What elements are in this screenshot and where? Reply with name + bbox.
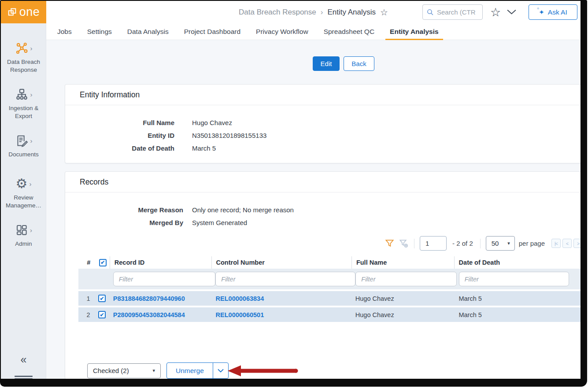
tab-project-dashboard[interactable]: Project Dashboard xyxy=(184,23,240,40)
column-header-date-of-death[interactable]: Date of Death xyxy=(454,256,581,269)
field-value: System Generated xyxy=(192,219,247,226)
date-of-death-filter-input[interactable] xyxy=(459,272,569,286)
clear-filter-icon[interactable] xyxy=(399,238,409,248)
row-checkbox[interactable]: ✔ xyxy=(98,295,106,302)
per-page-label: per page xyxy=(519,240,545,247)
selection-scope-value: Checked (2) xyxy=(93,367,129,374)
chevron-down-icon[interactable] xyxy=(506,8,517,18)
column-header-full-name[interactable]: Full Name xyxy=(351,256,459,269)
first-page-icon[interactable]: |< xyxy=(551,239,561,248)
field-value: March 5 xyxy=(192,144,216,152)
sidebar-collapse-icon[interactable]: « xyxy=(1,353,46,366)
back-button[interactable]: Back xyxy=(344,56,374,71)
sidebar-item-label: Data Breach Response xyxy=(1,58,46,74)
one-logo-icon xyxy=(7,7,17,17)
sidebar-item-data-breach-response[interactable]: › Data Breach Response xyxy=(1,41,46,74)
record-range-text: - 2 of 2 xyxy=(452,240,473,247)
full-name-cell: Hugo Chavez xyxy=(355,311,459,318)
chevron-right-icon: › xyxy=(30,227,32,233)
tab-settings[interactable]: Settings xyxy=(87,23,112,40)
card-header: Entity Information xyxy=(65,85,581,105)
unmerge-dropdown-icon[interactable] xyxy=(213,363,228,378)
favorite-star-icon[interactable]: ☆ xyxy=(380,7,388,18)
row-number: 1 xyxy=(78,295,98,302)
field-row-date-of-death: Date of Death March 5 xyxy=(65,142,581,155)
page-size-value: 50 xyxy=(492,240,499,247)
sidebar-item-label: Review Manageme… xyxy=(1,194,46,210)
page-number-input[interactable] xyxy=(420,236,447,251)
select-all-checkbox[interactable]: ✔ xyxy=(99,259,107,266)
sidebar-item-label: Documents xyxy=(1,151,46,159)
topbar: Data Breach Response › Entity Analysis ☆… xyxy=(46,1,581,23)
annotation-arrow-icon xyxy=(227,365,298,377)
tab-entity-analysis[interactable]: Entity Analysis xyxy=(390,23,439,40)
column-header-record-id[interactable]: Record ID xyxy=(110,256,216,269)
control-number-filter-input[interactable] xyxy=(215,272,355,286)
document-edit-icon xyxy=(15,134,29,148)
row-checkbox[interactable]: ✔ xyxy=(98,311,106,318)
ask-ai-button[interactable]: ✦ Ask AI xyxy=(529,4,577,20)
brand-logo[interactable]: one xyxy=(1,1,46,23)
record-id-link[interactable]: P8318846828079440960 xyxy=(113,295,185,302)
sidebar-item-admin[interactable]: › Admin xyxy=(1,222,46,248)
field-row-merged-by: Merged By System Generated xyxy=(65,216,581,229)
page-size-select[interactable]: 50 ▾ xyxy=(486,236,515,251)
breadcrumb-parent[interactable]: Data Breach Response xyxy=(239,8,316,17)
unmerge-button[interactable]: Unmerge xyxy=(167,363,213,378)
caret-down-icon: ▾ xyxy=(507,240,510,246)
sidebar-item-documents[interactable]: › Documents xyxy=(1,133,46,159)
row-number: 2 xyxy=(78,311,98,318)
bulk-actions: Checked (2) ▾ Unmerge xyxy=(87,362,298,379)
main-content: Edit Back Entity Information Full Name H… xyxy=(46,40,581,379)
edit-button[interactable]: Edit xyxy=(313,56,340,71)
tab-privacy-workflow[interactable]: Privacy Workflow xyxy=(256,23,308,40)
search-box[interactable] xyxy=(422,4,483,20)
card-title: Entity Information xyxy=(80,90,140,100)
table-toolbar: - 2 of 2 50 ▾ per page |< < > xyxy=(385,236,581,251)
sidebar-item-label: Ingestion & Export xyxy=(1,104,46,120)
sidebar-item-ingestion-export[interactable]: › Ingestion & Export xyxy=(1,87,46,120)
control-number-link[interactable]: REL0000063834 xyxy=(216,295,264,302)
field-label: Date of Death xyxy=(65,144,174,152)
favorites-star-icon[interactable]: ☆ xyxy=(490,6,501,19)
sidebar-item-review-management[interactable]: ⚙ › Review Manageme… xyxy=(1,176,46,210)
chevron-right-icon: › xyxy=(30,45,33,52)
full-name-cell: Hugo Chavez xyxy=(355,295,459,302)
previous-page-icon[interactable]: < xyxy=(562,239,572,248)
breadcrumb-chevron-icon: › xyxy=(321,8,323,17)
next-page-icon[interactable]: > xyxy=(573,239,581,248)
divider xyxy=(414,239,414,248)
brand-logo-text: one xyxy=(19,5,40,19)
breadcrumb-current: Entity Analysis xyxy=(327,8,376,17)
full-name-filter-input[interactable] xyxy=(355,272,457,286)
breadcrumb: Data Breach Response › Entity Analysis ☆ xyxy=(239,1,388,23)
chevron-right-icon: › xyxy=(29,181,31,187)
table-row[interactable]: 2 ✔ P2800950453082044584 REL0000060501 H… xyxy=(78,307,581,322)
network-icon xyxy=(15,41,29,55)
gear-icon: ⚙ xyxy=(16,177,28,190)
search-icon xyxy=(426,8,434,16)
field-row-entity-id: Entity ID N3501381201898155133 xyxy=(65,129,581,142)
record-id-link[interactable]: P2800950453082044584 xyxy=(113,311,185,318)
field-label: Entity ID xyxy=(65,132,174,139)
field-value: Only one record; No merge reason xyxy=(192,206,294,214)
tab-spreadsheet-qc[interactable]: Spreadsheet QC xyxy=(324,23,374,40)
table-row[interactable]: 1 ✔ P8318846828079440960 REL0000063834 H… xyxy=(78,291,581,306)
card-title: Records xyxy=(80,177,108,187)
table-filter-row xyxy=(78,269,581,289)
tab-bar: Jobs Settings Data Analysis Project Dash… xyxy=(46,23,581,40)
date-of-death-cell: March 5 xyxy=(459,311,581,318)
control-number-link[interactable]: REL0000060501 xyxy=(216,311,264,318)
filter-icon[interactable] xyxy=(385,238,395,248)
search-input[interactable] xyxy=(437,8,479,16)
field-row-full-name: Full Name Hugo Chavez xyxy=(65,116,581,129)
sidebar: one › Data Breach Response xyxy=(1,1,46,379)
menu-icon[interactable] xyxy=(15,376,33,379)
tab-jobs[interactable]: Jobs xyxy=(57,23,72,40)
selection-scope-select[interactable]: Checked (2) ▾ xyxy=(87,363,161,378)
tab-data-analysis[interactable]: Data Analysis xyxy=(127,23,169,40)
record-id-filter-input[interactable] xyxy=(113,272,215,286)
org-chart-icon xyxy=(15,88,29,101)
column-header-control-number[interactable]: Control Number xyxy=(211,256,356,269)
field-value: Hugo Chavez xyxy=(192,119,232,126)
